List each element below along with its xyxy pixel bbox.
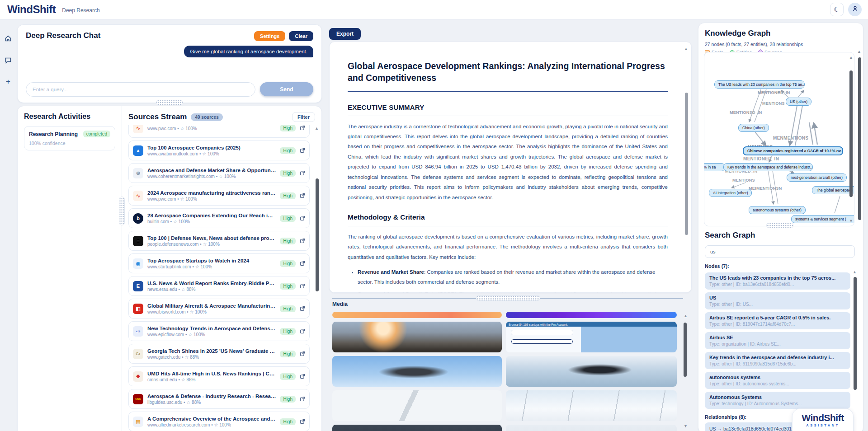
media-image[interactable] [332,312,502,318]
source-row[interactable]: Gr Georgia Tech Shines in 2025 'US News'… [128,344,310,364]
search-graph-node-card[interactable]: Airbus SE reported a 5-year CAGR of 0.5%… [705,312,850,329]
external-link-icon[interactable] [300,306,305,311]
external-link-icon[interactable] [300,148,305,153]
graph-node[interactable]: systems & services segment ( [791,215,854,223]
source-row[interactable]: ❖ UMD Hits All-time High in U.S. News Ra… [128,366,310,386]
sources-scrollbar-thumb[interactable] [316,178,319,291]
activity-item[interactable]: Research Planning completed 100% confide… [24,126,115,150]
home-icon[interactable] [0,31,16,46]
activities-list: Research Planning completed 100% confide… [24,126,115,150]
chat-panel-resize-handle[interactable] [156,100,183,105]
external-link-icon[interactable] [300,374,305,379]
graph-scrollbar-thumb[interactable] [849,70,853,197]
media-scrollbar-thumb[interactable] [684,323,687,377]
source-title: Top 100 Aerospace Companies (2025) [147,145,276,150]
graph-canvas[interactable]: MENTIONED_IN MENTIONS MENTIONSD_IN MENME… [704,52,854,226]
source-row[interactable]: ⇨ New Technology Trends in Aerospace and… [128,321,310,341]
node-title: Key trends in the aerospace and defense … [709,355,846,360]
graph-scroll-up-icon[interactable]: ▲ [849,55,853,60]
sources-scroll-up-icon[interactable]: ▲ [315,126,319,131]
media-image[interactable] [506,425,677,431]
graph-node[interactable]: The US leads with 23 companies in the to… [714,80,805,89]
export-button[interactable]: Export [329,28,361,40]
source-row[interactable]: ∿ 2024 Aerospace manufacturing attractiv… [128,186,310,206]
meta-separator: • [185,332,187,337]
external-link-icon[interactable] [300,419,305,424]
source-domain: www.ibisworld.com [147,309,185,314]
media-scroll-down-icon[interactable]: ▼ [684,424,688,428]
graph-node[interactable]: US (other) [786,98,811,106]
node-list-scroll-up-icon[interactable]: ▲ [853,270,857,274]
activity-status-badge: completed [83,131,110,137]
settings-button[interactable]: Settings [254,31,285,41]
external-link-icon[interactable] [300,261,305,266]
graph-scroll-down-icon[interactable]: ▼ [849,219,853,223]
search-graph-node-card[interactable]: US Type: other | ID: US... [705,292,850,309]
graph-node[interactable]: China (other) [738,124,769,132]
external-link-icon[interactable] [300,396,305,402]
external-link-icon[interactable] [300,351,305,356]
media-image[interactable] [332,322,502,352]
media-image[interactable] [332,425,502,431]
graph-node[interactable]: Key trends in the aerospace and defense … [723,163,813,171]
source-row[interactable]: E U.S. News & World Report Ranks Embry-R… [128,276,310,296]
app-root: WindShift Deep Research ☾ + Deep Researc… [0,0,868,431]
search-graph-node-card[interactable]: Autonomous Systems Type: technology | ID… [705,392,850,409]
source-domain: www.pwc.com [147,126,176,131]
source-row[interactable]: USC Aerospace & Defense - Industry Resea… [128,389,310,409]
external-link-icon[interactable] [300,125,305,131]
media-image[interactable] [332,390,502,421]
graph-node[interactable]: 7% in sa [704,163,725,171]
source-row[interactable]: ◧ Global Military Aircraft & Aerospace M… [128,299,310,319]
media-scroll-up-icon[interactable]: ▲ [684,314,688,318]
source-trust: 88% [186,377,195,382]
search-graph-node-card[interactable]: Key trends in the aerospace and defense … [705,352,850,369]
kg-panel-scrollbar-thumb[interactable] [858,57,861,220]
query-input[interactable] [26,82,255,97]
clear-button[interactable]: Clear [289,31,313,41]
graph-resize-handle[interactable] [766,223,793,228]
search-graph-node-card[interactable]: Airbus SE Type: organization | ID: Airbu… [705,332,850,349]
external-link-icon[interactable] [300,283,305,289]
external-link-icon[interactable] [300,216,305,221]
new-session-icon[interactable]: + [0,74,16,89]
chat-icon[interactable] [0,52,16,68]
windshift-assistant-badge[interactable]: WindShift ASSISTANT [792,408,854,431]
filter-button[interactable]: Filter [292,112,315,122]
report-scroll-up-icon[interactable]: ▲ [684,47,688,51]
node-list-scrollbar-thumb[interactable] [854,277,857,390]
dark-mode-toggle[interactable]: ☾ [830,3,844,16]
source-row[interactable]: ▲ Top 100 Aerospace Companies (2025) www… [128,141,310,160]
search-graph-node-card[interactable]: autonomous systems Type: other | ID: aut… [705,372,850,389]
search-graph-node-card[interactable]: The US leads with 23 companies in the to… [705,272,850,290]
source-row[interactable]: ◉ Top Aerospace Startups to Watch in 202… [128,253,310,273]
graph-node-selected[interactable]: Chinese companies registered a CAGR of 1… [743,146,843,155]
source-meta: www.startupblink.com • ☆ 100% [147,264,276,269]
graph-search-input[interactable] [705,245,855,258]
meta-separator: • [216,174,218,179]
external-link-icon[interactable] [300,193,305,198]
external-link-icon[interactable] [300,328,305,334]
send-button[interactable]: Send [260,82,313,96]
source-row[interactable]: ∿ www.pwc.com • ☆ 100% High [128,125,310,138]
media-image[interactable] [332,356,502,387]
source-favicon: USC [133,394,143,404]
source-row[interactable]: b 28 Aerospace Companies Extending Our R… [128,208,310,228]
source-row[interactable]: ⊕ Aerospace and Defense Market Share & O… [128,163,310,183]
user-avatar[interactable] [848,3,862,16]
graph-node[interactable]: autonomous systems (other) [749,206,806,214]
graph-node[interactable]: next-generation aircraft (other) [787,173,847,182]
media-image[interactable]: Browse 84,169 startups with the Pro Acco… [506,322,677,352]
external-link-icon[interactable] [300,170,305,176]
graph-node[interactable]: AI integration (other) [709,189,752,197]
source-row[interactable]: ≡ Top 100 | Defense News, News about def… [128,231,310,251]
external-link-icon[interactable] [300,238,305,244]
source-row[interactable]: ▤ A Comprehensive Overview of the Aerosp… [128,412,310,431]
media-image[interactable] [506,312,677,318]
report-scrollbar-thumb[interactable] [685,93,688,235]
graph-node[interactable]: The global aerospace a [812,186,854,194]
report-media-resize-handle[interactable] [476,295,540,301]
media-image[interactable] [506,390,677,421]
kg-panel-scroll-up-icon[interactable]: ▲ [857,49,861,54]
media-image[interactable] [506,356,677,387]
